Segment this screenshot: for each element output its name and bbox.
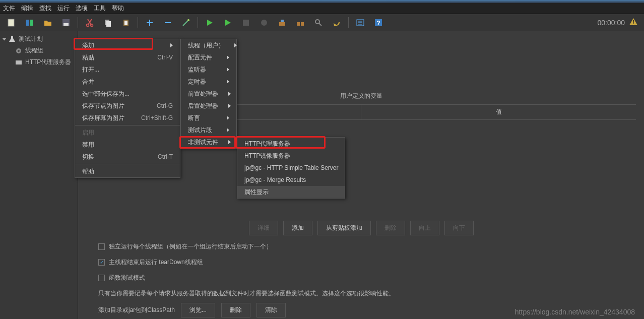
up-button[interactable]: 向上 xyxy=(410,221,439,235)
templates-icon[interactable] xyxy=(21,16,38,30)
menu-item[interactable]: 保存节点为图片Ctrl-G xyxy=(75,100,180,112)
delete-button[interactable]: 删除 xyxy=(376,221,405,235)
menu-item[interactable]: 非测试元件 xyxy=(181,136,236,148)
checkbox-icon[interactable] xyxy=(98,275,105,281)
wand-icon[interactable] xyxy=(177,16,195,30)
col-value: 值 xyxy=(361,105,636,119)
checkbox-icon[interactable] xyxy=(98,243,105,250)
search-icon[interactable] xyxy=(310,16,327,30)
menu-item[interactable]: 断言 xyxy=(181,112,236,124)
tree-item-label: 线程组 xyxy=(25,46,43,55)
help-icon[interactable]: ? xyxy=(370,16,387,30)
menu-item[interactable]: 禁用 xyxy=(75,139,180,151)
chevron-right-icon xyxy=(170,43,173,47)
copy-icon[interactable] xyxy=(99,16,116,30)
svg-rect-24 xyxy=(16,60,22,65)
tree-panel[interactable]: 测试计划 线程组 HTTP代理服务器 xyxy=(0,31,78,319)
menu-item[interactable]: 选中部分保存为... xyxy=(75,88,180,100)
menu-edit[interactable]: 编辑 xyxy=(21,4,33,13)
menu-item[interactable]: 线程（用户） xyxy=(181,39,236,51)
svg-rect-2 xyxy=(30,20,33,26)
svg-rect-10 xyxy=(124,21,127,25)
menu-item[interactable]: 配置元件 xyxy=(181,51,236,63)
open-icon[interactable] xyxy=(39,16,56,30)
checkbox-functest[interactable]: 函数测试模式 xyxy=(98,274,636,282)
paste-button[interactable]: 从剪贴板添加 xyxy=(317,221,371,235)
svg-point-13 xyxy=(261,20,267,26)
clear-icon[interactable] xyxy=(274,16,291,30)
watermark: https://blog.csdn.net/weixin_42434008 xyxy=(515,308,635,316)
menu-item[interactable]: 合并 xyxy=(75,76,180,88)
cut-icon[interactable] xyxy=(81,16,98,30)
menu-run[interactable]: 运行 xyxy=(57,4,70,13)
menu-item[interactable]: 测试片段 xyxy=(181,124,236,136)
toolbar: ? 00:00:00 ! xyxy=(0,14,644,31)
gear-icon xyxy=(15,47,22,54)
context-menu-3[interactable]: HTTP代理服务器HTTP镜像服务器jp@gc - HTTP Simple Ta… xyxy=(237,137,345,199)
play-icon[interactable] xyxy=(201,16,218,30)
checkbox-independent[interactable]: 独立运行每个线程组（例如在一个组运行结束后启动下一个） xyxy=(98,242,636,251)
menu-item[interactable]: jp@gc - Merge Results xyxy=(237,174,345,186)
shutdown-icon[interactable] xyxy=(255,16,273,30)
menu-item[interactable]: 属性显示 xyxy=(237,186,345,198)
svg-rect-0 xyxy=(8,19,14,26)
menu-item[interactable]: 监听器 xyxy=(181,63,236,76)
new-icon[interactable] xyxy=(3,16,20,30)
menu-item[interactable]: 粘贴Ctrl-V xyxy=(75,51,180,63)
chevron-right-icon xyxy=(227,68,229,72)
menu-tools[interactable]: 工具 xyxy=(94,4,106,13)
tree-thread-group[interactable]: 线程组 xyxy=(0,45,78,56)
timer: 00:00:00 ! xyxy=(598,17,641,28)
down-button[interactable]: 向下 xyxy=(444,221,474,235)
menu-item[interactable]: 帮助 xyxy=(75,165,180,177)
menu-item[interactable]: 定时器 xyxy=(181,76,236,88)
svg-point-11 xyxy=(187,19,189,21)
detail-button[interactable]: 详细 xyxy=(249,221,278,235)
checkbox-icon[interactable]: ✓ xyxy=(98,259,105,266)
clear-all-icon[interactable] xyxy=(292,16,309,30)
menu-item[interactable]: HTTP镜像服务器 xyxy=(237,150,345,162)
chevron-down-icon[interactable] xyxy=(3,38,7,40)
menu-item[interactable]: 添加 xyxy=(75,39,180,51)
svg-rect-8 xyxy=(106,21,111,27)
menu-item[interactable]: 打开... xyxy=(75,63,180,76)
cp-clear-button[interactable]: 清除 xyxy=(256,303,286,317)
menu-item[interactable]: 后置处理器 xyxy=(181,100,236,112)
menu-item[interactable]: 前置处理器 xyxy=(181,88,236,100)
paste-icon[interactable] xyxy=(117,16,135,30)
chevron-right-icon xyxy=(228,140,231,144)
menu-help[interactable]: 帮助 xyxy=(112,4,124,13)
menu-item[interactable]: 保存屏幕为图片Ctrl+Shift-G xyxy=(75,112,180,124)
menu-bar[interactable]: 文件 编辑 查找 运行 选项 工具 帮助 xyxy=(0,3,644,14)
svg-text:?: ? xyxy=(376,20,380,27)
checkbox-teardown[interactable]: ✓ 主线程结束后运行 tearDown线程组 xyxy=(98,258,636,267)
plus-icon[interactable] xyxy=(141,16,158,30)
classpath-label: 添加目录或jar包到ClassPath xyxy=(98,306,175,314)
menu-item[interactable]: jp@gc - HTTP Simple Table Server xyxy=(237,162,345,174)
context-menu-1[interactable]: 添加粘贴Ctrl-V打开...合并选中部分保存为...保存节点为图片Ctrl-G… xyxy=(75,39,180,178)
tree-root[interactable]: 测试计划 xyxy=(0,33,78,45)
reset-search-icon[interactable] xyxy=(328,16,345,30)
stop-icon[interactable] xyxy=(237,16,254,30)
chevron-right-icon xyxy=(234,43,237,47)
svg-rect-15 xyxy=(297,22,300,26)
chevron-right-icon xyxy=(227,55,229,59)
menu-search[interactable]: 查找 xyxy=(39,4,51,13)
description-text: 只有当你需要记录每个请求从服务器取得的数据到文件时才需要选择函数测试模式。选择这… xyxy=(98,289,636,298)
menu-options[interactable]: 选项 xyxy=(76,4,88,13)
tree-http-proxy[interactable]: HTTP代理服务器 xyxy=(0,56,78,68)
minus-icon[interactable] xyxy=(159,16,176,30)
menu-item[interactable]: 切换Ctrl-T xyxy=(75,151,180,163)
chevron-right-icon xyxy=(227,116,229,120)
menu-file[interactable]: 文件 xyxy=(3,4,15,13)
browse-button[interactable]: 浏览... xyxy=(181,303,215,317)
menu-item[interactable]: HTTP代理服务器 xyxy=(237,138,345,150)
function-icon[interactable] xyxy=(352,16,369,30)
save-icon[interactable] xyxy=(57,16,75,30)
add-button[interactable]: 添加 xyxy=(283,221,312,235)
tree-item-label: HTTP代理服务器 xyxy=(25,58,71,67)
flask-icon xyxy=(9,36,16,43)
cp-delete-button[interactable]: 删除 xyxy=(221,303,250,317)
context-menu-2[interactable]: 线程（用户）配置元件监听器定时器前置处理器后置处理器断言测试片段非测试元件 xyxy=(180,39,237,149)
play-now-icon[interactable] xyxy=(219,16,236,30)
